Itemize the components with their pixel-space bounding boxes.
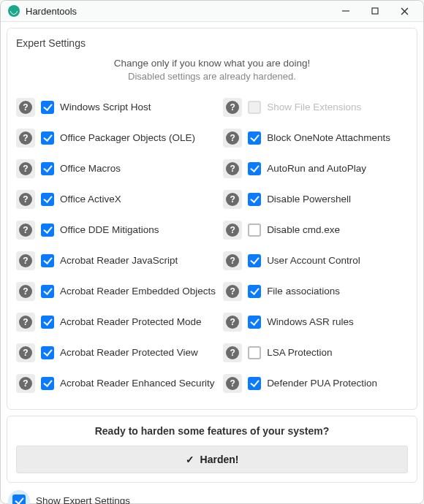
question-icon: ? [19, 131, 32, 145]
setting-row: ?Acrobat Reader Protected Mode [16, 307, 216, 337]
setting-checkbox[interactable] [248, 131, 261, 145]
help-button[interactable]: ? [16, 313, 35, 332]
setting-checkbox[interactable] [41, 285, 54, 298]
minimize-button[interactable] [331, 1, 360, 21]
help-button[interactable]: ? [16, 374, 35, 393]
setting-label: Acrobat Reader Protected View [60, 347, 198, 358]
setting-label: Show File Extensions [267, 102, 361, 112]
setting-row: ?User Account Control [223, 245, 408, 276]
help-button[interactable]: ? [223, 98, 242, 117]
setting-row: ?Acrobat Reader JavaScript [16, 245, 216, 276]
help-button[interactable]: ? [16, 159, 35, 178]
setting-label: Office ActiveX [60, 194, 121, 205]
setting-label: LSA Protection [267, 347, 332, 358]
maximize-button[interactable] [360, 1, 390, 21]
question-icon: ? [226, 254, 239, 267]
setting-label: Acrobat Reader Embedded Objects [60, 286, 216, 297]
help-button[interactable]: ? [223, 129, 242, 148]
question-icon: ? [19, 101, 32, 114]
setting-label: Office Macros [60, 163, 121, 174]
setting-row: ?Windows Script Host [16, 92, 216, 123]
setting-row: ?Office ActiveX [16, 184, 216, 215]
help-button[interactable]: ? [223, 343, 242, 362]
setting-row: ?Acrobat Reader Enhanced Security [16, 368, 216, 399]
help-button[interactable]: ? [223, 251, 242, 270]
close-button[interactable] [390, 1, 419, 21]
help-button[interactable]: ? [16, 282, 35, 301]
setting-checkbox[interactable] [248, 254, 261, 267]
setting-checkbox[interactable] [248, 193, 261, 206]
setting-row: ?Disable cmd.exe [223, 215, 408, 245]
question-icon: ? [226, 285, 239, 298]
setting-checkbox[interactable] [41, 377, 54, 390]
setting-row: ?Office DDE Mitigations [16, 215, 216, 245]
help-button[interactable]: ? [223, 313, 242, 332]
setting-label: Windows ASR rules [267, 316, 354, 327]
setting-checkbox[interactable] [41, 254, 54, 267]
setting-checkbox[interactable] [248, 316, 261, 329]
help-button[interactable]: ? [16, 129, 35, 148]
setting-label: File associations [267, 286, 340, 297]
setting-row: ?Office Packager Objects (OLE) [16, 123, 216, 153]
setting-row: ?File associations [223, 276, 408, 307]
setting-label: AutoRun and AutoPlay [267, 163, 366, 174]
help-button[interactable]: ? [16, 343, 35, 362]
help-button[interactable]: ? [16, 190, 35, 209]
footer-panel: Ready to harden some features of your sy… [7, 416, 417, 483]
setting-label: Office DDE Mitigations [60, 224, 159, 235]
setting-label: Acrobat Reader JavaScript [60, 255, 178, 266]
setting-checkbox[interactable] [41, 131, 54, 145]
question-icon: ? [226, 162, 239, 175]
setting-checkbox[interactable] [248, 285, 261, 298]
setting-row: ?AutoRun and AutoPlay [223, 153, 408, 184]
question-icon: ? [226, 101, 239, 114]
setting-row: ?Show File Extensions [223, 92, 408, 123]
help-button[interactable]: ? [223, 374, 242, 393]
question-icon: ? [226, 377, 239, 390]
setting-checkbox[interactable] [41, 316, 54, 329]
window-title: Hardentools [26, 6, 331, 17]
setting-checkbox[interactable] [41, 224, 54, 237]
question-icon: ? [19, 316, 32, 329]
panel-warning-line2: Disabled settings are already hardened. [16, 71, 408, 82]
svg-rect-1 [372, 8, 378, 14]
help-button[interactable]: ? [16, 251, 35, 270]
setting-label: Office Packager Objects (OLE) [60, 132, 195, 143]
help-button[interactable]: ? [223, 221, 242, 240]
setting-checkbox[interactable] [248, 377, 261, 390]
question-icon: ? [19, 193, 32, 206]
help-button[interactable]: ? [16, 98, 35, 117]
setting-row: ?Defender PUA Protection [223, 368, 408, 399]
panel-warning-line1: Change only if you know what you are doi… [16, 56, 408, 71]
help-button[interactable]: ? [16, 221, 35, 240]
help-button[interactable]: ? [223, 190, 242, 209]
setting-label: Windows Script Host [60, 102, 151, 112]
setting-checkbox[interactable] [248, 162, 261, 175]
harden-button-label: Harden! [200, 454, 239, 465]
setting-label: Block OneNote Attachments [267, 132, 390, 143]
setting-row: ?LSA Protection [223, 337, 408, 368]
question-icon: ? [226, 224, 239, 237]
setting-row: ?Windows ASR rules [223, 307, 408, 337]
titlebar: Hardentools [1, 1, 423, 22]
harden-button[interactable]: ✓ Harden! [16, 446, 408, 473]
help-button[interactable]: ? [223, 159, 242, 178]
setting-checkbox[interactable] [248, 346, 261, 359]
expert-toggle-row: Show Expert Settings [8, 490, 416, 504]
setting-label: Disable Powershell [267, 194, 351, 205]
app-window: Hardentools Expert Settings Change only … [0, 0, 424, 504]
question-icon: ? [19, 224, 32, 237]
question-icon: ? [19, 162, 32, 175]
question-icon: ? [226, 346, 239, 359]
settings-grid: ?Windows Script Host?Show File Extension… [16, 92, 408, 399]
setting-checkbox[interactable] [41, 101, 54, 114]
check-icon: ✓ [186, 454, 194, 465]
setting-row: ?Block OneNote Attachments [223, 123, 408, 153]
setting-checkbox[interactable] [41, 346, 54, 359]
setting-checkbox[interactable] [41, 162, 54, 175]
help-button[interactable]: ? [223, 282, 242, 301]
setting-checkbox[interactable] [41, 193, 54, 206]
expert-toggle-checkbox[interactable] [12, 495, 26, 504]
setting-checkbox[interactable] [248, 224, 261, 237]
setting-row: ?Acrobat Reader Embedded Objects [16, 276, 216, 307]
